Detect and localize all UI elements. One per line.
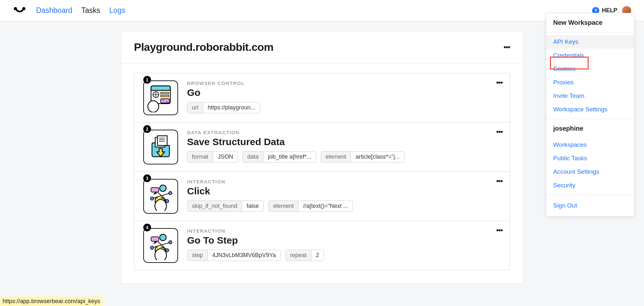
svg-rect-32 bbox=[151, 237, 159, 241]
dd-item-workspace-settings[interactable]: Workspace Settings bbox=[546, 103, 634, 116]
tag-format: format JSON bbox=[187, 151, 238, 162]
svg-point-25 bbox=[155, 199, 166, 211]
svg-point-30 bbox=[166, 249, 169, 252]
step-category: BROWSER CONTROL bbox=[187, 80, 501, 86]
dd-item-workspaces[interactable]: Workspaces bbox=[546, 138, 634, 152]
nav: Dashboard Tasks Logs bbox=[36, 5, 125, 16]
step-click[interactable]: 3 INTERACTI bbox=[134, 172, 510, 221]
svg-rect-14 bbox=[157, 136, 167, 145]
tag-skip: skip_if_not_found false bbox=[187, 200, 264, 212]
svg-point-28 bbox=[150, 246, 154, 249]
interaction-goto-icon bbox=[143, 228, 178, 263]
tag-step: step 4JN3vLbM3MV6BpV9Ya bbox=[187, 250, 281, 261]
dd-item-proxies[interactable]: Proxies bbox=[546, 76, 634, 89]
step-more-icon[interactable]: ••• bbox=[496, 128, 503, 136]
tag-url: url https://playgroun... bbox=[187, 102, 260, 113]
step-title: Save Structured Data bbox=[187, 136, 501, 147]
step-number: 3 bbox=[143, 174, 151, 182]
svg-point-10 bbox=[163, 100, 164, 101]
svg-point-22 bbox=[166, 199, 169, 203]
svg-point-20 bbox=[150, 197, 154, 200]
step-category: INTERACTION bbox=[187, 228, 501, 234]
step-go-to-step[interactable]: 4 INTERACTI bbox=[134, 221, 510, 270]
svg-rect-7 bbox=[161, 92, 169, 94]
content: Playground.roborabbit.com ••• 1 bbox=[114, 31, 530, 283]
dd-item-api-keys[interactable]: API Keys bbox=[546, 35, 634, 49]
svg-point-29 bbox=[169, 241, 172, 244]
step-number: 2 bbox=[143, 125, 151, 133]
page-title: Playground.roborabbit.com bbox=[134, 41, 273, 53]
dd-user-title: josephine bbox=[546, 119, 634, 138]
tag-data: data job_title a[href*... bbox=[242, 151, 316, 162]
nav-logs[interactable]: Logs bbox=[109, 5, 125, 16]
dd-item-security[interactable]: Security bbox=[546, 179, 634, 192]
svg-rect-8 bbox=[161, 95, 169, 97]
step-category: DATA EXTRACTION bbox=[187, 130, 501, 135]
user-dropdown: New Workspace API Keys Credentials Cooki… bbox=[546, 13, 634, 217]
step-title: Click bbox=[187, 186, 501, 197]
svg-point-33 bbox=[155, 249, 166, 260]
card-more-icon[interactable]: ••• bbox=[504, 43, 510, 51]
steps-container: 1 bbox=[121, 63, 523, 283]
tag-element: element article[class*="j... bbox=[321, 151, 404, 162]
step-number: 4 bbox=[143, 224, 151, 231]
data-extraction-icon bbox=[143, 130, 178, 164]
dd-item-public-tasks[interactable]: Public Tasks bbox=[546, 152, 634, 165]
step-title: Go bbox=[187, 87, 501, 98]
card-header: Playground.roborabbit.com ••• bbox=[121, 31, 523, 63]
step-number: 1 bbox=[143, 76, 151, 84]
tag-element: element //a[text()="Next ... bbox=[268, 200, 353, 212]
status-url: https://app.browserbear.com/api_keys bbox=[0, 297, 103, 306]
step-save-data[interactable]: 2 DATA EXTRACTION Save Structured Data bbox=[134, 123, 510, 172]
step-category: INTERACTION bbox=[187, 179, 501, 184]
svg-point-21 bbox=[169, 191, 172, 195]
step-more-icon[interactable]: ••• bbox=[496, 226, 503, 235]
tag-repeat: repeat 2 bbox=[285, 250, 324, 261]
dd-item-invite-team[interactable]: Invite Team bbox=[546, 89, 634, 103]
dd-item-account-settings[interactable]: Account Settings bbox=[546, 165, 634, 179]
nav-tasks[interactable]: Tasks bbox=[81, 5, 100, 16]
step-go[interactable]: 1 bbox=[134, 73, 510, 123]
svg-rect-9 bbox=[161, 99, 169, 103]
interaction-click-icon bbox=[143, 179, 178, 214]
svg-point-11 bbox=[166, 101, 167, 102]
svg-point-12 bbox=[148, 101, 159, 112]
nav-dashboard[interactable]: Dashboard bbox=[36, 5, 72, 16]
step-title: Go To Step bbox=[187, 235, 501, 246]
svg-point-31 bbox=[160, 234, 166, 241]
browser-go-icon bbox=[143, 80, 178, 115]
logo[interactable] bbox=[13, 7, 26, 14]
svg-rect-24 bbox=[151, 188, 159, 192]
step-more-icon[interactable]: ••• bbox=[496, 79, 503, 87]
svg-rect-3 bbox=[151, 86, 170, 90]
dd-item-sign-out[interactable]: Sign Out bbox=[546, 199, 634, 212]
dd-workspace-title: New Workspace bbox=[546, 13, 634, 32]
task-card: Playground.roborabbit.com ••• 1 bbox=[121, 31, 523, 283]
dd-item-cookies[interactable]: Cookies bbox=[546, 62, 634, 76]
dd-item-credentials[interactable]: Credentials bbox=[546, 49, 634, 62]
step-more-icon[interactable]: ••• bbox=[496, 177, 503, 185]
svg-point-23 bbox=[160, 185, 166, 191]
